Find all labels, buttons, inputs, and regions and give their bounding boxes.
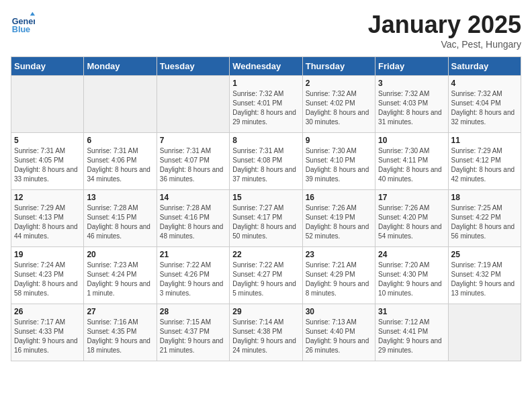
table-row: 10Sunrise: 7:30 AMSunset: 4:11 PMDayligh… xyxy=(375,133,448,190)
calendar-title: January 2025 xyxy=(368,11,521,39)
calendar-week-row: 19Sunrise: 7:24 AMSunset: 4:23 PMDayligh… xyxy=(11,247,521,304)
table-row xyxy=(11,76,84,133)
logo-icon: General Blue xyxy=(11,11,35,35)
day-info: Sunrise: 7:22 AMSunset: 4:26 PMDaylight:… xyxy=(160,261,226,298)
day-info: Sunrise: 7:27 AMSunset: 4:17 PMDaylight:… xyxy=(232,203,299,241)
day-number: 6 xyxy=(87,136,153,145)
svg-marker-2 xyxy=(30,12,35,15)
day-info: Sunrise: 7:31 AMSunset: 4:07 PMDaylight:… xyxy=(160,146,226,184)
day-number: 19 xyxy=(14,250,81,259)
day-number: 4 xyxy=(451,79,518,88)
header-monday: Monday xyxy=(84,57,157,76)
table-row: 1Sunrise: 7:32 AMSunset: 4:01 PMDaylight… xyxy=(230,76,302,133)
day-number: 21 xyxy=(160,250,226,259)
day-number: 7 xyxy=(160,136,226,145)
header-tuesday: Tuesday xyxy=(157,57,229,76)
table-row: 6Sunrise: 7:31 AMSunset: 4:06 PMDaylight… xyxy=(84,133,157,190)
table-row: 31Sunrise: 7:12 AMSunset: 4:41 PMDayligh… xyxy=(375,304,448,361)
table-row: 20Sunrise: 7:23 AMSunset: 4:24 PMDayligh… xyxy=(84,247,157,304)
day-number: 26 xyxy=(14,307,81,316)
table-row: 12Sunrise: 7:29 AMSunset: 4:13 PMDayligh… xyxy=(11,190,84,247)
day-number: 16 xyxy=(306,193,372,202)
day-info: Sunrise: 7:31 AMSunset: 4:05 PMDaylight:… xyxy=(14,146,81,184)
day-info: Sunrise: 7:30 AMSunset: 4:10 PMDaylight:… xyxy=(306,146,372,184)
day-info: Sunrise: 7:32 AMSunset: 4:04 PMDaylight:… xyxy=(451,89,518,127)
table-row: 8Sunrise: 7:31 AMSunset: 4:08 PMDaylight… xyxy=(230,133,302,190)
table-row: 29Sunrise: 7:14 AMSunset: 4:38 PMDayligh… xyxy=(230,304,302,361)
table-row: 7Sunrise: 7:31 AMSunset: 4:07 PMDaylight… xyxy=(157,133,229,190)
table-row: 24Sunrise: 7:20 AMSunset: 4:30 PMDayligh… xyxy=(375,247,448,304)
day-info: Sunrise: 7:32 AMSunset: 4:02 PMDaylight:… xyxy=(306,89,372,127)
table-row: 18Sunrise: 7:25 AMSunset: 4:22 PMDayligh… xyxy=(448,190,521,247)
svg-text:Blue: Blue xyxy=(12,25,30,34)
day-number: 22 xyxy=(232,250,299,259)
day-info: Sunrise: 7:25 AMSunset: 4:22 PMDaylight:… xyxy=(451,203,518,241)
table-row: 14Sunrise: 7:28 AMSunset: 4:16 PMDayligh… xyxy=(157,190,229,247)
calendar-header-row: Sunday Monday Tuesday Wednesday Thursday… xyxy=(11,57,521,76)
table-row: 16Sunrise: 7:26 AMSunset: 4:19 PMDayligh… xyxy=(302,190,375,247)
table-row xyxy=(84,76,157,133)
calendar-week-row: 1Sunrise: 7:32 AMSunset: 4:01 PMDaylight… xyxy=(11,76,521,133)
day-number: 14 xyxy=(160,193,226,202)
day-info: Sunrise: 7:22 AMSunset: 4:27 PMDaylight:… xyxy=(232,261,299,298)
day-info: Sunrise: 7:24 AMSunset: 4:23 PMDaylight:… xyxy=(14,261,81,298)
header-thursday: Thursday xyxy=(302,57,375,76)
day-info: Sunrise: 7:32 AMSunset: 4:03 PMDaylight:… xyxy=(378,89,445,127)
day-info: Sunrise: 7:31 AMSunset: 4:06 PMDaylight:… xyxy=(87,146,153,184)
day-number: 2 xyxy=(306,79,372,88)
day-number: 17 xyxy=(378,193,445,202)
day-number: 25 xyxy=(451,250,518,259)
day-number: 23 xyxy=(306,250,372,259)
day-info: Sunrise: 7:16 AMSunset: 4:35 PMDaylight:… xyxy=(87,318,153,355)
day-info: Sunrise: 7:21 AMSunset: 4:29 PMDaylight:… xyxy=(306,261,372,298)
day-info: Sunrise: 7:19 AMSunset: 4:32 PMDaylight:… xyxy=(451,261,518,298)
day-number: 28 xyxy=(160,307,226,316)
day-info: Sunrise: 7:14 AMSunset: 4:38 PMDaylight:… xyxy=(232,318,299,355)
table-row: 4Sunrise: 7:32 AMSunset: 4:04 PMDaylight… xyxy=(448,76,521,133)
day-number: 20 xyxy=(87,250,153,259)
table-row: 21Sunrise: 7:22 AMSunset: 4:26 PMDayligh… xyxy=(157,247,229,304)
table-row: 3Sunrise: 7:32 AMSunset: 4:03 PMDaylight… xyxy=(375,76,448,133)
calendar-week-row: 26Sunrise: 7:17 AMSunset: 4:33 PMDayligh… xyxy=(11,304,521,361)
table-row: 2Sunrise: 7:32 AMSunset: 4:02 PMDaylight… xyxy=(302,76,375,133)
day-info: Sunrise: 7:28 AMSunset: 4:15 PMDaylight:… xyxy=(87,203,153,241)
day-number: 11 xyxy=(451,136,518,145)
day-number: 15 xyxy=(232,193,299,202)
day-info: Sunrise: 7:30 AMSunset: 4:11 PMDaylight:… xyxy=(378,146,445,184)
table-row: 9Sunrise: 7:30 AMSunset: 4:10 PMDaylight… xyxy=(302,133,375,190)
day-info: Sunrise: 7:13 AMSunset: 4:40 PMDaylight:… xyxy=(306,318,372,355)
table-row: 19Sunrise: 7:24 AMSunset: 4:23 PMDayligh… xyxy=(11,247,84,304)
day-number: 1 xyxy=(232,79,299,88)
day-number: 27 xyxy=(87,307,153,316)
day-info: Sunrise: 7:17 AMSunset: 4:33 PMDaylight:… xyxy=(14,318,81,355)
table-row: 5Sunrise: 7:31 AMSunset: 4:05 PMDaylight… xyxy=(11,133,84,190)
table-row: 30Sunrise: 7:13 AMSunset: 4:40 PMDayligh… xyxy=(302,304,375,361)
table-row xyxy=(157,76,229,133)
day-info: Sunrise: 7:29 AMSunset: 4:12 PMDaylight:… xyxy=(451,146,518,184)
table-row: 13Sunrise: 7:28 AMSunset: 4:15 PMDayligh… xyxy=(84,190,157,247)
table-row: 15Sunrise: 7:27 AMSunset: 4:17 PMDayligh… xyxy=(230,190,302,247)
day-info: Sunrise: 7:23 AMSunset: 4:24 PMDaylight:… xyxy=(87,261,153,298)
day-info: Sunrise: 7:12 AMSunset: 4:41 PMDaylight:… xyxy=(378,318,445,355)
day-number: 29 xyxy=(232,307,299,316)
table-row xyxy=(448,304,521,361)
day-info: Sunrise: 7:31 AMSunset: 4:08 PMDaylight:… xyxy=(232,146,299,184)
table-row: 17Sunrise: 7:26 AMSunset: 4:20 PMDayligh… xyxy=(375,190,448,247)
header-friday: Friday xyxy=(375,57,448,76)
day-info: Sunrise: 7:26 AMSunset: 4:19 PMDaylight:… xyxy=(306,203,372,241)
calendar-week-row: 12Sunrise: 7:29 AMSunset: 4:13 PMDayligh… xyxy=(11,190,521,247)
day-number: 5 xyxy=(14,136,81,145)
table-row: 22Sunrise: 7:22 AMSunset: 4:27 PMDayligh… xyxy=(230,247,302,304)
table-row: 25Sunrise: 7:19 AMSunset: 4:32 PMDayligh… xyxy=(448,247,521,304)
day-info: Sunrise: 7:28 AMSunset: 4:16 PMDaylight:… xyxy=(160,203,226,241)
day-number: 10 xyxy=(378,136,445,145)
day-number: 9 xyxy=(306,136,372,145)
day-info: Sunrise: 7:15 AMSunset: 4:37 PMDaylight:… xyxy=(160,318,226,355)
day-info: Sunrise: 7:29 AMSunset: 4:13 PMDaylight:… xyxy=(14,203,81,241)
title-section: January 2025 Vac, Pest, Hungary xyxy=(368,11,521,50)
table-row: 28Sunrise: 7:15 AMSunset: 4:37 PMDayligh… xyxy=(157,304,229,361)
day-info: Sunrise: 7:26 AMSunset: 4:20 PMDaylight:… xyxy=(378,203,445,241)
header-saturday: Saturday xyxy=(448,57,521,76)
day-number: 30 xyxy=(306,307,372,316)
day-info: Sunrise: 7:20 AMSunset: 4:30 PMDaylight:… xyxy=(378,261,445,298)
